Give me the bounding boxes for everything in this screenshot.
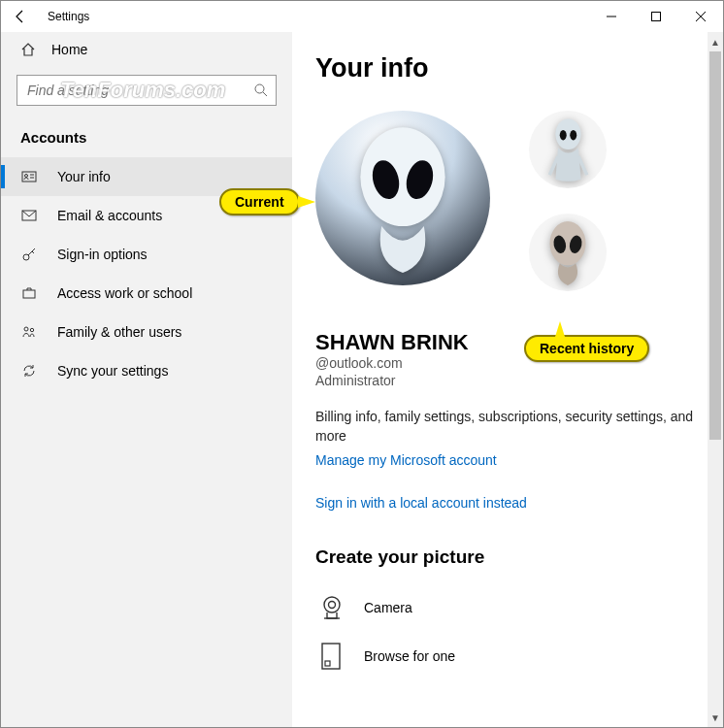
- scrollbar[interactable]: ▲ ▼: [708, 32, 723, 727]
- svg-line-5: [263, 92, 267, 96]
- avatar-area: [315, 107, 700, 311]
- minimize-button[interactable]: [589, 1, 634, 32]
- svg-rect-14: [23, 290, 35, 298]
- home-button[interactable]: Home: [1, 32, 292, 67]
- svg-point-4: [255, 84, 264, 93]
- search-input[interactable]: [16, 75, 277, 106]
- svg-rect-30: [325, 661, 330, 666]
- camera-icon: [315, 591, 348, 624]
- close-button[interactable]: [678, 1, 723, 32]
- nav-sync-settings[interactable]: Sync your settings: [1, 351, 292, 390]
- svg-point-16: [30, 328, 33, 331]
- person-card-icon: [20, 169, 38, 184]
- nav-label: Your info: [57, 169, 111, 184]
- nav-label: Email & accounts: [57, 208, 162, 223]
- scroll-thumb[interactable]: [709, 51, 721, 440]
- browse-label: Browse for one: [364, 648, 455, 664]
- svg-point-21: [559, 130, 566, 141]
- nav-label: Family & other users: [57, 324, 181, 340]
- svg-line-12: [28, 248, 35, 255]
- avatar-current[interactable]: [315, 111, 490, 285]
- sync-icon: [20, 363, 38, 379]
- back-button[interactable]: [1, 1, 40, 32]
- search-box[interactable]: [16, 75, 277, 106]
- manage-account-link[interactable]: Manage my Microsoft account: [315, 452, 497, 468]
- svg-point-26: [324, 597, 340, 612]
- svg-point-15: [24, 327, 28, 331]
- nav-label: Sign-in options: [57, 247, 148, 262]
- svg-rect-6: [22, 172, 36, 182]
- home-label: Home: [51, 42, 87, 57]
- scroll-up-icon[interactable]: ▲: [708, 34, 723, 50]
- browse-option[interactable]: Browse for one: [315, 632, 700, 680]
- nav-label: Sync your settings: [57, 363, 168, 379]
- svg-rect-1: [652, 13, 661, 21]
- avatar-history-2[interactable]: [529, 214, 607, 291]
- briefcase-icon: [20, 285, 38, 301]
- nav-access-work[interactable]: Access work or school: [1, 274, 292, 313]
- svg-point-27: [329, 602, 336, 609]
- home-icon: [20, 42, 36, 57]
- svg-line-13: [32, 251, 34, 253]
- create-picture-heading: Create your picture: [315, 546, 700, 568]
- people-icon: [20, 324, 38, 340]
- main-panel: Your info SHAWN BRINK @outlook.com Admin…: [292, 32, 723, 727]
- camera-option[interactable]: Camera: [315, 583, 700, 632]
- email-icon: [20, 208, 38, 223]
- user-role: Administrator: [315, 373, 700, 388]
- billing-description: Billing info, family settings, subscript…: [315, 408, 700, 446]
- window-title: Settings: [40, 10, 89, 23]
- scroll-down-icon[interactable]: ▼: [708, 710, 723, 725]
- svg-point-7: [25, 175, 28, 178]
- section-title: Accounts: [1, 121, 292, 157]
- local-account-link[interactable]: Sign in with a local account instead: [315, 495, 527, 511]
- callout-current: Current: [219, 188, 300, 215]
- svg-point-20: [555, 119, 580, 150]
- titlebar: Settings: [1, 1, 723, 32]
- key-icon: [20, 247, 38, 262]
- avatar-history-1[interactable]: [529, 111, 607, 188]
- maximize-button[interactable]: [634, 1, 678, 32]
- nav-family-users[interactable]: Family & other users: [1, 313, 292, 351]
- page-heading: Your info: [315, 53, 700, 83]
- nav-signin-options[interactable]: Sign-in options: [1, 235, 292, 274]
- callout-recent: Recent history: [524, 335, 649, 362]
- browse-icon: [315, 640, 348, 673]
- nav-label: Access work or school: [57, 285, 192, 301]
- sidebar: Home Accounts Your info Email & acco: [1, 32, 292, 727]
- search-icon: [253, 83, 269, 98]
- camera-label: Camera: [364, 600, 412, 615]
- svg-point-22: [570, 130, 576, 141]
- settings-window: Settings Home Accounts: [0, 0, 724, 728]
